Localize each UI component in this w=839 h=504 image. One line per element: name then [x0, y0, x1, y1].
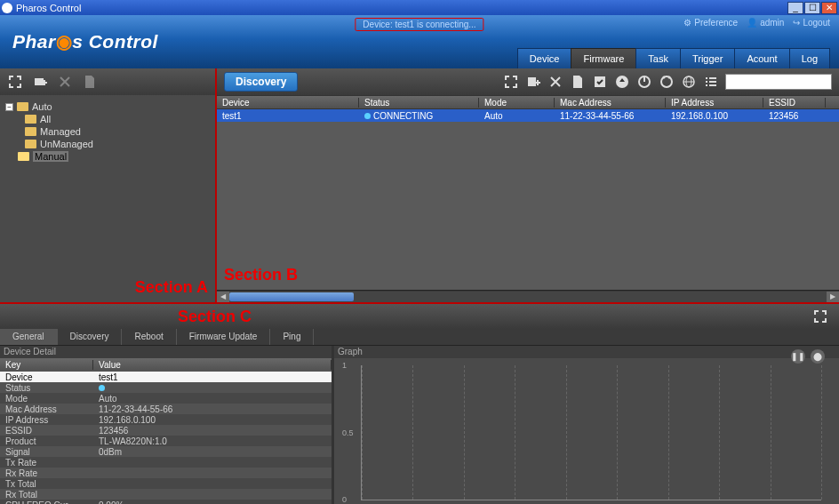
- record-icon[interactable]: ⬤: [811, 349, 825, 364]
- clock-icon[interactable]: [659, 74, 675, 90]
- detail-row[interactable]: Devicetest1: [0, 372, 332, 382]
- tab-device[interactable]: Device: [517, 48, 572, 68]
- fullscreen-icon[interactable]: [812, 308, 828, 324]
- app-icon: [2, 3, 12, 13]
- detail-row[interactable]: ESSID123456: [0, 425, 332, 436]
- dtab-firmware-update[interactable]: Firmware Update: [177, 329, 271, 345]
- tree-node-managed[interactable]: Managed: [25, 125, 210, 138]
- col-essid[interactable]: ESSID: [763, 98, 826, 108]
- tree-node-manual[interactable]: Manual: [5, 150, 210, 163]
- window-titlebar: Pharos Control _ ☐ ✕: [0, 0, 839, 15]
- main-panel: Discovery Device Status Mode Mac Address…: [217, 68, 839, 302]
- scroll-right-icon[interactable]: ▶: [827, 292, 839, 302]
- expand-icon[interactable]: [503, 74, 519, 90]
- tab-firmware[interactable]: Firmware: [571, 48, 636, 68]
- user-links: ⚙ Preference 👤 admin ↪ Logout: [683, 18, 830, 28]
- col-mac[interactable]: Mac Address: [555, 98, 666, 108]
- detail-row[interactable]: CPU FREQ Cur0.00%: [0, 500, 332, 504]
- folder-icon: [17, 102, 28, 111]
- svg-point-7: [668, 76, 671, 79]
- scroll-thumb[interactable]: [229, 292, 354, 301]
- file-icon[interactable]: [82, 74, 98, 90]
- device-grid-body: test1 CONNECTING Auto 11-22-33-44-55-66 …: [217, 109, 839, 290]
- logout-link[interactable]: ↪ Logout: [793, 18, 830, 28]
- detail-row[interactable]: Mac Address11-22-33-44-55-66: [0, 404, 332, 414]
- collapse-icon[interactable]: −: [5, 103, 13, 111]
- remove-icon[interactable]: [547, 74, 563, 90]
- col-device[interactable]: Device: [217, 98, 359, 108]
- detail-rows: Devicetest1StatusModeAutoMac Address11-2…: [0, 372, 332, 504]
- col-ip[interactable]: IP Address: [666, 98, 763, 108]
- delete-icon[interactable]: [57, 74, 73, 90]
- tab-account[interactable]: Acount: [734, 48, 789, 68]
- detail-row[interactable]: Signal0dBm: [0, 446, 332, 457]
- graph-title: Graph: [334, 346, 839, 358]
- detail-row[interactable]: IP Address192.168.0.100: [0, 414, 332, 425]
- folder-icon: [25, 115, 36, 124]
- dtab-ping[interactable]: Ping: [270, 329, 314, 345]
- app-logo: Phar◉s Control: [12, 31, 158, 52]
- power-icon[interactable]: [636, 74, 652, 90]
- tree-node-unmanaged[interactable]: UnManaged: [25, 138, 210, 150]
- horizontal-scrollbar[interactable]: ◀ ▶: [217, 290, 839, 302]
- detail-row[interactable]: ModeAuto: [0, 393, 332, 404]
- add-group-icon[interactable]: [32, 74, 48, 90]
- expand-icon[interactable]: [7, 74, 23, 90]
- window-title: Pharos Control: [16, 3, 81, 13]
- user-link[interactable]: 👤 admin: [747, 18, 784, 28]
- tab-log[interactable]: Log: [789, 48, 830, 68]
- main-toolbar: Discovery: [217, 68, 839, 95]
- upgrade-icon[interactable]: [614, 74, 630, 90]
- tree-node-auto[interactable]: − Auto: [5, 100, 210, 113]
- add-device-icon[interactable]: [525, 74, 541, 90]
- scroll-left-icon[interactable]: ◀: [217, 292, 229, 302]
- graph-panel: Graph ❚❚ ⬤ 10.5008.0008.0008.0008.0008.0…: [334, 346, 839, 504]
- check-icon[interactable]: [592, 74, 608, 90]
- edit-icon[interactable]: [570, 74, 586, 90]
- detail-row[interactable]: Status: [0, 382, 332, 393]
- detail-row[interactable]: Rx Total: [0, 489, 332, 500]
- col-status[interactable]: Status: [359, 98, 479, 108]
- folder-icon: [25, 140, 36, 148]
- dtab-general[interactable]: General: [0, 329, 58, 345]
- col-mode[interactable]: Mode: [479, 98, 555, 108]
- device-detail-title: Device Detail: [0, 346, 332, 358]
- preference-link[interactable]: ⚙ Preference: [683, 18, 738, 28]
- detail-grid-header: Key Value: [0, 358, 332, 372]
- globe-icon[interactable]: [681, 74, 697, 90]
- device-grid-header: Device Status Mode Mac Address IP Addres…: [217, 95, 839, 109]
- detail-row[interactable]: Tx Rate: [0, 457, 332, 468]
- status-dot-icon: [364, 113, 371, 119]
- section-c-header: Section C: [0, 302, 839, 329]
- dtab-reboot[interactable]: Reboot: [122, 329, 176, 345]
- list-icon[interactable]: [703, 74, 719, 90]
- tab-trigger[interactable]: Trigger: [680, 48, 735, 68]
- sidebar: − Auto All Managed UnManaged Manual Sect…: [0, 68, 217, 302]
- search-input[interactable]: [725, 74, 832, 90]
- device-tree: − Auto All Managed UnManaged Manual: [0, 95, 215, 302]
- detail-tabs: General Discovery Reboot Firmware Update…: [0, 329, 839, 346]
- section-b-label: Section B: [224, 266, 298, 284]
- close-button[interactable]: ✕: [821, 2, 837, 14]
- header-banner: Device: test1 is connecting... ⚙ Prefere…: [0, 15, 839, 68]
- maximize-button[interactable]: ☐: [804, 2, 820, 14]
- detail-row[interactable]: ProductTL-WA8220N:1.0: [0, 436, 332, 446]
- tab-task[interactable]: Task: [635, 48, 681, 68]
- detail-row[interactable]: Tx Total: [0, 478, 332, 489]
- section-c-label: Section C: [178, 308, 252, 326]
- dtab-discovery[interactable]: Discovery: [58, 329, 123, 345]
- folder-icon: [25, 127, 36, 136]
- tree-node-all[interactable]: All: [25, 113, 210, 125]
- svg-point-6: [663, 76, 666, 79]
- device-detail-panel: Device Detail Key Value Devicetest1Statu…: [0, 346, 334, 504]
- svg-rect-0: [528, 77, 536, 86]
- pause-icon[interactable]: ❚❚: [791, 349, 805, 364]
- scroll-track[interactable]: [229, 292, 827, 302]
- minimize-button[interactable]: _: [787, 2, 803, 14]
- table-row[interactable]: test1 CONNECTING Auto 11-22-33-44-55-66 …: [217, 109, 839, 122]
- folder-icon: [18, 152, 29, 161]
- detail-row[interactable]: Rx Rate: [0, 468, 332, 478]
- graph-area: 10.5008.0008.0008.0008.0008.0008.0008.00…: [361, 365, 821, 500]
- section-a-label: Section A: [135, 278, 208, 297]
- discovery-button[interactable]: Discovery: [224, 72, 298, 92]
